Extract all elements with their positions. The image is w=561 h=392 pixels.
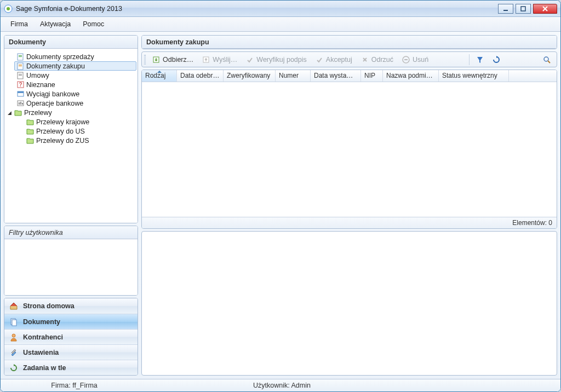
- svg-point-1: [7, 7, 10, 10]
- main-title: Dokumenty zakupu: [142, 36, 557, 49]
- toolbar-search[interactable]: [539, 54, 554, 65]
- tree-item-przelewy[interactable]: ◢ Przelewy: [5, 108, 136, 117]
- svg-rect-2: [503, 10, 508, 11]
- tree-item-operacje[interactable]: Operacje bankowe: [14, 99, 136, 108]
- separator: [469, 54, 470, 65]
- toolbar-weryfikuj[interactable]: Weryfikuj podpis: [242, 54, 310, 65]
- filters-body: [4, 239, 138, 295]
- col-data-odebrania[interactable]: Data odebra…: [177, 70, 224, 82]
- toolbar-refresh[interactable]: [489, 54, 504, 65]
- document-icon: [16, 62, 24, 70]
- minimize-button[interactable]: [498, 4, 513, 14]
- toolbar-filter[interactable]: [472, 54, 488, 65]
- nav-label: Kontrahenci: [23, 333, 63, 341]
- svg-rect-3: [521, 7, 525, 11]
- menu-aktywacja[interactable]: Aktywacja: [35, 18, 76, 30]
- svg-rect-5: [19, 55, 22, 56]
- transfer-icon: [26, 119, 34, 125]
- svg-point-23: [12, 334, 15, 337]
- tree-item-przelewy-us[interactable]: Przelewy do US: [24, 126, 136, 136]
- person-icon: [9, 333, 19, 342]
- toolbar-label: Wyślij…: [213, 56, 237, 64]
- nav-home[interactable]: Strona domowa: [4, 298, 138, 314]
- document-icon: [16, 72, 24, 79]
- close-button[interactable]: [533, 4, 557, 14]
- documents-icon: [9, 318, 19, 326]
- grid-body[interactable]: [142, 82, 557, 217]
- tree-item-przelewy-zus[interactable]: Przelewy do ZUS: [24, 136, 136, 145]
- title-bar: Sage Symfonia e-Dokumenty 2013: [1, 1, 560, 17]
- maximize-button[interactable]: [516, 4, 531, 14]
- col-rodzaj[interactable]: Rodzaj: [142, 70, 177, 82]
- status-user: Użytkownik: Admin: [141, 382, 422, 389]
- grid-header: Rodzaj Data odebra… Zweryfikowany Numer …: [142, 70, 557, 82]
- refresh-icon: [493, 56, 500, 64]
- tree-label: Przelewy do US: [36, 128, 85, 135]
- refresh-icon: [9, 364, 19, 372]
- nav-contractors[interactable]: Kontrahenci: [4, 329, 138, 344]
- svg-rect-6: [19, 56, 22, 57]
- upload-icon: [202, 56, 210, 64]
- svg-rect-12: [19, 75, 22, 76]
- col-status-wewn[interactable]: Status wewnętrzny: [439, 70, 509, 82]
- reject-icon: [361, 56, 369, 64]
- sidebar-title: Dokumenty: [4, 36, 138, 49]
- tree-label: Dokumenty zakupu: [26, 62, 85, 70]
- col-numer[interactable]: Numer: [276, 70, 311, 82]
- col-zweryfikowany[interactable]: Zweryfikowany: [224, 70, 276, 82]
- document-icon: [16, 53, 24, 61]
- svg-rect-9: [19, 66, 22, 66]
- tree-item-dokumenty-zakupu[interactable]: Dokumenty zakupu: [14, 61, 136, 71]
- details-panel: [141, 231, 557, 376]
- tree-label: Wyciągi bankowe: [26, 90, 79, 98]
- nav-label: Zadania w tle: [23, 364, 66, 372]
- col-nazwa-podmiotu[interactable]: Nazwa podmiotu: [383, 70, 439, 82]
- window-title: Sage Symfonia e-Dokumenty 2013: [16, 5, 122, 13]
- verify-icon: [246, 56, 254, 64]
- toolbar-usun[interactable]: Usuń: [398, 54, 432, 65]
- tree-item-dokumenty-sprzedazy[interactable]: Dokumenty sprzedaży: [14, 52, 136, 61]
- menu-firma[interactable]: Firma: [5, 18, 33, 30]
- toolbar-wyslij[interactable]: Wyślij…: [198, 54, 241, 65]
- toolbar-label: Usuń: [413, 56, 428, 64]
- tree-item-nieznane[interactable]: ? Nieznane: [14, 80, 136, 89]
- main-toolbar: Odbierz… Wyślij… Weryfikuj podpis A: [141, 51, 557, 67]
- accept-icon: [316, 56, 323, 64]
- toolbar-label: Odrzuć: [371, 56, 393, 64]
- toolbar-akceptuj[interactable]: Akceptuj: [312, 54, 356, 65]
- svg-rect-19: [20, 102, 21, 105]
- col-spacer: [509, 70, 557, 82]
- svg-rect-22: [12, 320, 16, 326]
- tree-label: Dokumenty sprzedaży: [26, 53, 94, 61]
- tree-item-przelewy-krajowe[interactable]: Przelewy krajowe: [24, 117, 136, 126]
- status-bar: Firma: ff_Firma Użytkownik: Admin: [1, 379, 560, 391]
- col-nip[interactable]: NIP: [361, 70, 383, 82]
- svg-text:?: ?: [19, 82, 22, 88]
- tree-label: Przelewy krajowe: [36, 118, 89, 126]
- tree-label: Przelewy: [24, 109, 52, 117]
- transfer-folder-icon: [14, 109, 22, 116]
- nav-settings[interactable]: Ustawienia: [4, 344, 138, 360]
- toolbar-label: Akceptuj: [326, 56, 352, 64]
- nav-documents[interactable]: Dokumenty: [4, 314, 138, 329]
- svg-rect-27: [404, 59, 408, 60]
- nav-background-tasks[interactable]: Zadania w tle: [4, 360, 138, 375]
- tree-label: Nieznane: [26, 81, 55, 89]
- svg-rect-8: [19, 65, 22, 65]
- tree-label: Operacje bankowe: [26, 100, 83, 107]
- svg-rect-18: [19, 102, 20, 105]
- toolbar-odbierz[interactable]: Odbierz…: [148, 54, 197, 65]
- toolbar-label: Odbierz…: [163, 56, 193, 64]
- toolbar-label: Weryfikuj podpis: [256, 56, 306, 64]
- tree-item-umowy[interactable]: Umowy: [14, 71, 136, 80]
- app-window: Sage Symfonia e-Dokumenty 2013 Firma Akt…: [0, 0, 561, 392]
- expander-icon[interactable]: ◢: [7, 110, 12, 116]
- tree-item-wyciagi[interactable]: Wyciągi bankowe: [14, 89, 136, 99]
- menu-pomoc[interactable]: Pomoc: [77, 18, 110, 30]
- menu-bar: Firma Aktywacja Pomoc: [1, 17, 560, 32]
- tree-label: Umowy: [26, 72, 49, 79]
- bank-statement-icon: [16, 90, 24, 97]
- tools-icon: [9, 348, 19, 357]
- toolbar-odrzuc[interactable]: Odrzuć: [357, 54, 397, 65]
- col-data-wystawienia[interactable]: Data wystawi…: [311, 70, 361, 82]
